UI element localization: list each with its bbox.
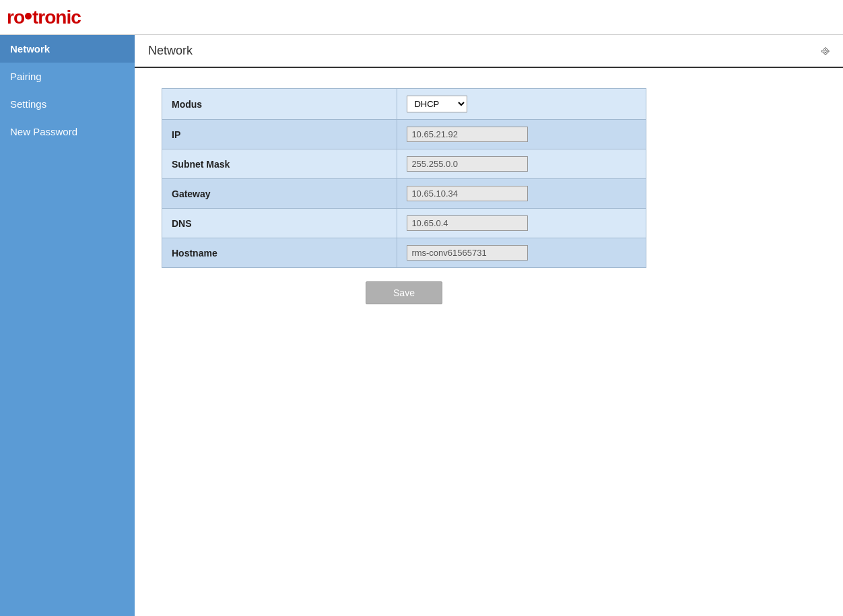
network-form: Modus DHCP Static IP (135, 68, 843, 338)
gateway-value (397, 179, 646, 209)
main-content: Network ⎆ Modus DHCP Static (135, 35, 843, 616)
logo-dot (25, 13, 32, 20)
hostname-input[interactable] (407, 245, 528, 261)
table-row: Hostname (162, 238, 646, 268)
table-row: DNS (162, 209, 646, 238)
dns-input[interactable] (407, 215, 528, 231)
logout-icon[interactable]: ⎆ (821, 43, 830, 59)
logo: rotronic (7, 7, 81, 28)
subnet-value (397, 149, 646, 179)
network-table: Modus DHCP Static IP (162, 88, 646, 268)
gateway-label: Gateway (162, 179, 397, 209)
page-title: Network (148, 44, 193, 58)
table-row: Gateway (162, 179, 646, 209)
modus-label: Modus (162, 89, 397, 120)
dns-value (397, 209, 646, 238)
sidebar-item-network[interactable]: Network (0, 35, 135, 63)
ip-value (397, 120, 646, 149)
subnet-label: Subnet Mask (162, 149, 397, 179)
ip-input[interactable] (407, 127, 528, 142)
page-header: Network ⎆ (135, 35, 843, 68)
modus-select[interactable]: DHCP Static (407, 96, 467, 112)
gateway-input[interactable] (407, 186, 528, 201)
logo-ro: ro (7, 7, 24, 28)
sidebar-item-pairing[interactable]: Pairing (0, 63, 135, 90)
table-row: Subnet Mask (162, 149, 646, 179)
modus-value: DHCP Static (397, 89, 646, 120)
app-header: rotronic (0, 0, 843, 35)
ip-label: IP (162, 120, 397, 149)
logo-tronic: tronic (32, 7, 81, 28)
table-row: Modus DHCP Static (162, 89, 646, 120)
save-btn-container: Save (162, 268, 646, 318)
table-row: IP (162, 120, 646, 149)
save-button[interactable]: Save (366, 281, 442, 304)
sidebar-item-new-password[interactable]: New Password (0, 118, 135, 145)
page-layout: Network Pairing Settings New Password Ne… (0, 35, 843, 616)
sidebar-item-settings[interactable]: Settings (0, 90, 135, 118)
dns-label: DNS (162, 209, 397, 238)
sidebar: Network Pairing Settings New Password (0, 35, 135, 616)
hostname-label: Hostname (162, 238, 397, 268)
subnet-input[interactable] (407, 156, 528, 172)
hostname-value (397, 238, 646, 268)
